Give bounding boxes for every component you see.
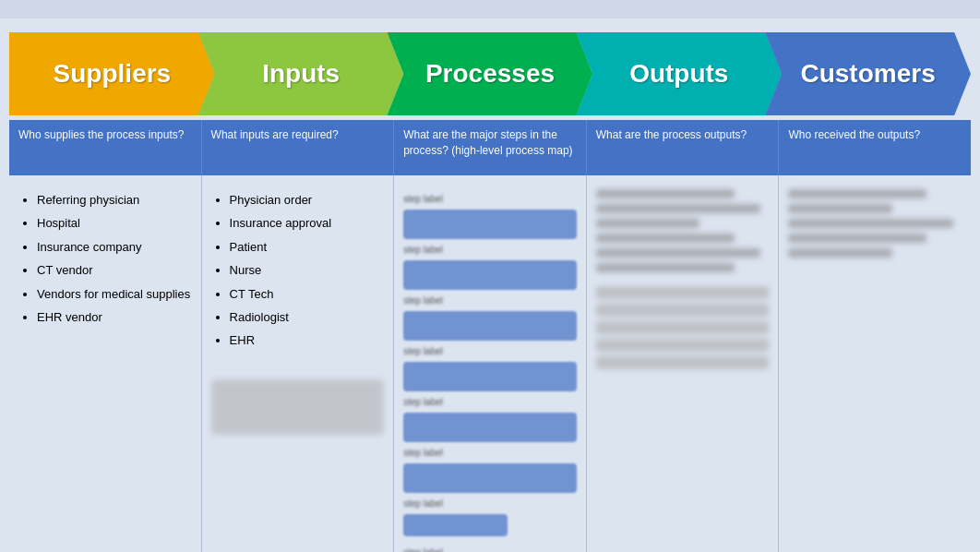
list-item: EHR vendor: [37, 306, 192, 328]
outputs-rect-5: [596, 356, 770, 369]
process-step-box-6: [403, 463, 577, 493]
list-item: CT vendor: [37, 259, 192, 281]
outputs-blurred: [596, 189, 770, 369]
process-step-label-2: step label: [403, 245, 577, 255]
header-suppliers: Who supplies the process inputs?: [9, 120, 202, 175]
processes-column: step label step label step label step la…: [394, 175, 587, 552]
customers-line-4: [788, 234, 926, 243]
outputs-line-3: [596, 219, 700, 228]
process-step-label-8: step label: [403, 547, 577, 552]
list-item: Insurance approval: [230, 212, 385, 234]
arrow-customers-wrapper: Customers: [765, 28, 971, 120]
list-item: Vendors for medical supplies: [37, 283, 192, 305]
customers-line-3: [788, 219, 952, 228]
header-processes: What are the major steps in the process?…: [394, 120, 587, 175]
list-item: EHR: [230, 330, 385, 351]
process-step-box-5: [403, 413, 577, 442]
inputs-arrow: Inputs: [198, 32, 404, 115]
customers-line-5: [788, 248, 892, 258]
customers-line-1: [788, 189, 926, 198]
outputs-line-5: [596, 248, 760, 258]
outputs-rect-1: [596, 286, 770, 299]
customers-blurred: [788, 189, 962, 258]
arrow-inputs-wrapper: Inputs: [198, 28, 404, 120]
process-step-label-1: step label: [403, 194, 577, 204]
content-area: Referring physician Hospital Insurance c…: [9, 175, 971, 552]
list-item: CT Tech: [230, 283, 385, 305]
outputs-rect-3: [596, 321, 770, 334]
outputs-label: Outputs: [629, 59, 728, 89]
process-step-box-3: [403, 311, 577, 341]
list-item: Insurance company: [37, 236, 192, 258]
customers-line-2: [788, 204, 892, 213]
suppliers-list: Referring physician Hospital Insurance c…: [18, 189, 192, 328]
outputs-extra: [596, 286, 770, 369]
inputs-blurred-area: [211, 379, 385, 435]
arrow-outputs-wrapper: Outputs: [576, 28, 782, 120]
suppliers-label: Suppliers: [54, 59, 172, 89]
outputs-column: [587, 175, 780, 552]
process-step-box-2: [403, 260, 577, 290]
process-steps: step label step label step label step la…: [403, 189, 577, 552]
customers-arrow: Customers: [765, 32, 971, 115]
list-item: Physician order: [230, 189, 385, 210]
outputs-line-2: [596, 204, 760, 213]
suppliers-arrow: Suppliers: [9, 32, 215, 115]
process-step-label-5: step label: [403, 397, 577, 407]
inputs-column: Physician order Insurance approval Patie…: [202, 175, 395, 552]
outputs-line-1: [596, 189, 735, 198]
suppliers-column: Referring physician Hospital Insurance c…: [9, 175, 202, 552]
header-customers: Who received the outputs?: [779, 120, 971, 175]
process-step-box-7: [403, 514, 508, 536]
list-item: Patient: [230, 236, 385, 258]
header-inputs: What inputs are required?: [202, 120, 395, 175]
outputs-rect-2: [596, 304, 770, 317]
processes-label: Processes: [425, 59, 555, 89]
process-step-box-1: [403, 210, 577, 239]
process-step-label-6: step label: [403, 448, 577, 458]
list-item: Referring physician: [37, 189, 192, 210]
top-bar: [0, 0, 980, 18]
process-step-label-7: step label: [403, 498, 577, 509]
arrow-suppliers-wrapper: Suppliers: [9, 28, 215, 120]
outputs-line-6: [596, 263, 735, 272]
outputs-line-4: [596, 234, 735, 243]
arrow-processes-wrapper: Processes: [388, 28, 593, 120]
processes-arrow: Processes: [388, 32, 593, 115]
list-item: Nurse: [230, 259, 385, 281]
list-item: Radiologist: [230, 306, 385, 328]
process-step-label-3: step label: [403, 295, 577, 306]
header-row: Who supplies the process inputs? What in…: [9, 120, 971, 175]
customers-column: [779, 175, 971, 552]
inputs-label: Inputs: [262, 59, 340, 89]
arrow-container: Suppliers Inputs Processes Outputs Custo…: [0, 18, 980, 120]
outputs-arrow: Outputs: [576, 32, 782, 115]
page-wrapper: Suppliers Inputs Processes Outputs Custo…: [0, 0, 980, 552]
inputs-list: Physician order Insurance approval Patie…: [211, 189, 385, 352]
header-outputs: What are the process outputs?: [587, 120, 780, 175]
customers-label: Customers: [800, 59, 935, 89]
list-item: Hospital: [37, 212, 192, 234]
process-step-box-4: [403, 362, 577, 391]
outputs-rect-4: [596, 339, 770, 352]
process-step-label-4: step label: [403, 346, 577, 356]
